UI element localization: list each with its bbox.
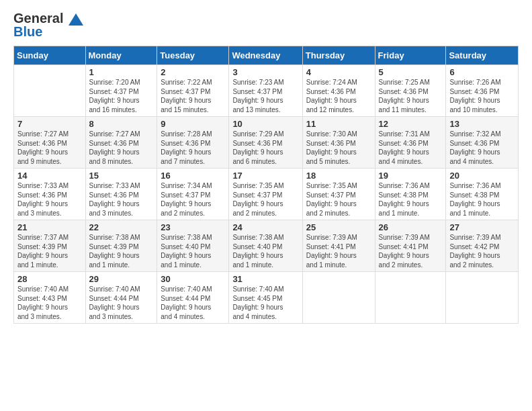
calendar-cell: 29Sunrise: 7:40 AMSunset: 4:44 PMDayligh… xyxy=(85,272,157,324)
day-number: 4 xyxy=(306,67,371,77)
week-row-1: 1Sunrise: 7:20 AMSunset: 4:37 PMDaylight… xyxy=(14,65,519,117)
calendar-cell: 14Sunrise: 7:33 AMSunset: 4:36 PMDayligh… xyxy=(14,169,86,220)
day-header-monday: Monday xyxy=(85,46,157,65)
calendar-cell: 1Sunrise: 7:20 AMSunset: 4:37 PMDaylight… xyxy=(85,65,157,117)
day-number: 12 xyxy=(379,119,443,129)
day-number: 2 xyxy=(161,67,225,77)
day-number: 22 xyxy=(89,222,154,232)
calendar-cell: 30Sunrise: 7:40 AMSunset: 4:44 PMDayligh… xyxy=(157,272,229,324)
day-info: Sunrise: 7:30 AMSunset: 4:36 PMDaylight:… xyxy=(306,130,371,166)
calendar-cell: 27Sunrise: 7:39 AMSunset: 4:42 PMDayligh… xyxy=(446,220,519,272)
calendar-cell: 2Sunrise: 7:22 AMSunset: 4:37 PMDaylight… xyxy=(157,65,229,117)
day-info: Sunrise: 7:39 AMSunset: 4:42 PMDaylight:… xyxy=(449,233,515,269)
week-row-2: 7Sunrise: 7:27 AMSunset: 4:36 PMDaylight… xyxy=(14,117,519,169)
day-number: 3 xyxy=(232,67,298,77)
day-info: Sunrise: 7:40 AMSunset: 4:44 PMDaylight:… xyxy=(89,285,154,321)
day-info: Sunrise: 7:27 AMSunset: 4:36 PMDaylight:… xyxy=(17,130,82,166)
calendar-cell: 5Sunrise: 7:25 AMSunset: 4:36 PMDaylight… xyxy=(375,65,446,117)
calendar-table: SundayMondayTuesdayWednesdayThursdayFrid… xyxy=(13,46,519,324)
day-info: Sunrise: 7:35 AMSunset: 4:37 PMDaylight:… xyxy=(306,181,371,218)
day-number: 27 xyxy=(449,222,515,232)
calendar-cell xyxy=(14,65,86,117)
day-info: Sunrise: 7:34 AMSunset: 4:37 PMDaylight:… xyxy=(161,181,225,218)
day-info: Sunrise: 7:39 AMSunset: 4:41 PMDaylight:… xyxy=(306,233,371,269)
day-info: Sunrise: 7:31 AMSunset: 4:36 PMDaylight:… xyxy=(379,130,443,166)
day-info: Sunrise: 7:35 AMSunset: 4:37 PMDaylight:… xyxy=(232,181,298,218)
day-number: 19 xyxy=(379,171,443,181)
day-info: Sunrise: 7:22 AMSunset: 4:37 PMDaylight:… xyxy=(161,78,225,114)
day-info: Sunrise: 7:38 AMSunset: 4:40 PMDaylight:… xyxy=(232,233,298,269)
day-number: 18 xyxy=(306,171,371,181)
calendar-cell: 21Sunrise: 7:37 AMSunset: 4:39 PMDayligh… xyxy=(14,220,86,272)
calendar-cell: 25Sunrise: 7:39 AMSunset: 4:41 PMDayligh… xyxy=(302,220,375,272)
calendar-cell: 3Sunrise: 7:23 AMSunset: 4:37 PMDaylight… xyxy=(229,65,302,117)
calendar-cell: 10Sunrise: 7:29 AMSunset: 4:36 PMDayligh… xyxy=(229,117,302,169)
calendar-cell: 31Sunrise: 7:40 AMSunset: 4:45 PMDayligh… xyxy=(229,272,302,324)
calendar-cell: 11Sunrise: 7:30 AMSunset: 4:36 PMDayligh… xyxy=(302,117,375,169)
day-info: Sunrise: 7:33 AMSunset: 4:36 PMDaylight:… xyxy=(17,181,82,218)
calendar-cell: 28Sunrise: 7:40 AMSunset: 4:43 PMDayligh… xyxy=(14,272,86,324)
calendar-cell: 15Sunrise: 7:33 AMSunset: 4:36 PMDayligh… xyxy=(85,169,157,220)
day-info: Sunrise: 7:27 AMSunset: 4:36 PMDaylight:… xyxy=(89,130,154,166)
day-info: Sunrise: 7:29 AMSunset: 4:36 PMDaylight:… xyxy=(232,130,298,166)
calendar-cell xyxy=(375,272,446,324)
day-info: Sunrise: 7:36 AMSunset: 4:38 PMDaylight:… xyxy=(379,181,443,218)
calendar-cell: 12Sunrise: 7:31 AMSunset: 4:36 PMDayligh… xyxy=(375,117,446,169)
day-number: 17 xyxy=(232,171,298,181)
day-number: 24 xyxy=(232,222,298,232)
day-info: Sunrise: 7:40 AMSunset: 4:43 PMDaylight:… xyxy=(17,285,82,321)
calendar-cell: 16Sunrise: 7:34 AMSunset: 4:37 PMDayligh… xyxy=(157,169,229,220)
page-container: General Blue SundayMondayTuesdayWednesda… xyxy=(0,0,532,330)
week-row-4: 21Sunrise: 7:37 AMSunset: 4:39 PMDayligh… xyxy=(14,220,519,272)
calendar-cell: 20Sunrise: 7:36 AMSunset: 4:38 PMDayligh… xyxy=(446,169,519,220)
logo: General Blue xyxy=(13,11,85,39)
day-header-friday: Friday xyxy=(375,46,446,65)
day-number: 28 xyxy=(17,274,82,284)
calendar-cell xyxy=(446,272,519,324)
svg-marker-0 xyxy=(69,13,83,26)
day-info: Sunrise: 7:23 AMSunset: 4:37 PMDaylight:… xyxy=(232,78,298,114)
calendar-cell: 7Sunrise: 7:27 AMSunset: 4:36 PMDaylight… xyxy=(14,117,86,169)
day-header-tuesday: Tuesday xyxy=(157,46,229,65)
logo-blue: Blue xyxy=(13,24,85,39)
header-row: SundayMondayTuesdayWednesdayThursdayFrid… xyxy=(14,46,519,65)
day-header-thursday: Thursday xyxy=(302,46,375,65)
calendar-cell xyxy=(302,272,375,324)
calendar-cell: 9Sunrise: 7:28 AMSunset: 4:36 PMDaylight… xyxy=(157,117,229,169)
day-number: 6 xyxy=(449,67,515,77)
day-number: 23 xyxy=(161,222,225,232)
calendar-cell: 6Sunrise: 7:26 AMSunset: 4:36 PMDaylight… xyxy=(446,65,519,117)
day-number: 26 xyxy=(379,222,443,232)
day-info: Sunrise: 7:26 AMSunset: 4:36 PMDaylight:… xyxy=(449,78,515,114)
logo-text: General Blue xyxy=(13,11,85,39)
calendar-cell: 23Sunrise: 7:38 AMSunset: 4:40 PMDayligh… xyxy=(157,220,229,272)
day-info: Sunrise: 7:24 AMSunset: 4:36 PMDaylight:… xyxy=(306,78,371,114)
day-info: Sunrise: 7:25 AMSunset: 4:36 PMDaylight:… xyxy=(379,78,443,114)
day-number: 16 xyxy=(161,171,225,181)
calendar-cell: 19Sunrise: 7:36 AMSunset: 4:38 PMDayligh… xyxy=(375,169,446,220)
logo-icon xyxy=(69,13,83,26)
day-info: Sunrise: 7:33 AMSunset: 4:36 PMDaylight:… xyxy=(89,181,154,218)
day-number: 11 xyxy=(306,119,371,129)
day-number: 30 xyxy=(161,274,225,284)
day-number: 25 xyxy=(306,222,371,232)
day-number: 7 xyxy=(17,119,82,129)
day-header-wednesday: Wednesday xyxy=(229,46,302,65)
day-info: Sunrise: 7:38 AMSunset: 4:39 PMDaylight:… xyxy=(89,233,154,269)
day-info: Sunrise: 7:32 AMSunset: 4:36 PMDaylight:… xyxy=(449,130,515,166)
calendar-cell: 4Sunrise: 7:24 AMSunset: 4:36 PMDaylight… xyxy=(302,65,375,117)
day-header-sunday: Sunday xyxy=(14,46,86,65)
calendar-cell: 24Sunrise: 7:38 AMSunset: 4:40 PMDayligh… xyxy=(229,220,302,272)
calendar-cell: 8Sunrise: 7:27 AMSunset: 4:36 PMDaylight… xyxy=(85,117,157,169)
calendar-cell: 18Sunrise: 7:35 AMSunset: 4:37 PMDayligh… xyxy=(302,169,375,220)
calendar-cell: 26Sunrise: 7:39 AMSunset: 4:41 PMDayligh… xyxy=(375,220,446,272)
day-number: 14 xyxy=(17,171,82,181)
day-number: 29 xyxy=(89,274,154,284)
day-number: 21 xyxy=(17,222,82,232)
day-number: 13 xyxy=(449,119,515,129)
day-number: 8 xyxy=(89,119,154,129)
day-number: 1 xyxy=(89,67,154,77)
week-row-3: 14Sunrise: 7:33 AMSunset: 4:36 PMDayligh… xyxy=(14,169,519,220)
day-number: 15 xyxy=(89,171,154,181)
day-number: 20 xyxy=(449,171,515,181)
